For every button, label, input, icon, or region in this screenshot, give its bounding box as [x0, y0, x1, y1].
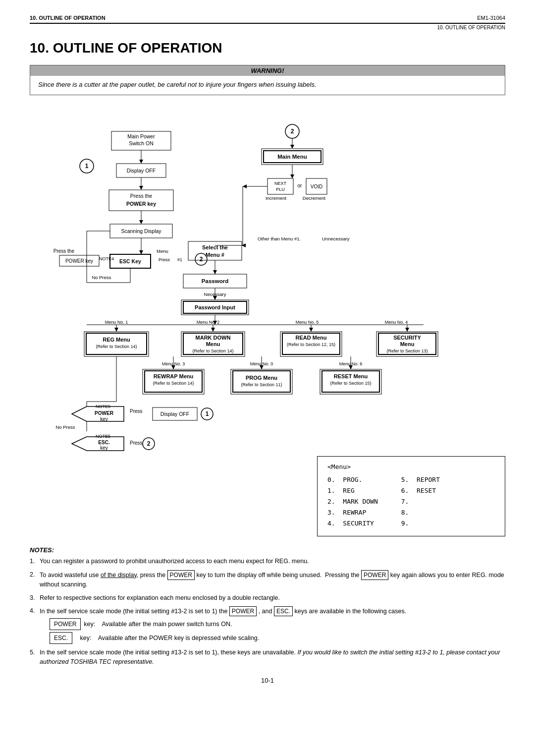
svg-text:VOID: VOID — [311, 184, 322, 189]
svg-marker-6 — [139, 160, 143, 164]
svg-text:ESC.: ESC. — [98, 440, 110, 445]
warning-header: WARNING! — [30, 65, 505, 76]
svg-text:Main Power: Main Power — [127, 133, 155, 139]
svg-text:Press: Press — [159, 257, 170, 262]
svg-text:REWRAP Menu: REWRAP Menu — [154, 373, 193, 379]
svg-text:NOTE4: NOTE4 — [99, 256, 114, 261]
svg-text:Menu No. 1: Menu No. 1 — [105, 320, 128, 325]
svg-text:(Refer to Section 14): (Refer to Section 14) — [96, 344, 137, 349]
svg-text:SECURITY: SECURITY — [393, 335, 421, 341]
header-bar: 10. OUTLINE OF OPERATION EM1-31064 — [30, 15, 505, 24]
svg-text:(Refer to Section 14): (Refer to Section 14) — [192, 349, 233, 353]
svg-text:Password Input: Password Input — [195, 304, 235, 310]
svg-text:1: 1 — [85, 163, 89, 170]
svg-text:Menu #: Menu # — [206, 252, 224, 258]
sub-header: 10. OUTLINE OF OPERATION — [30, 25, 505, 30]
svg-marker-71 — [213, 296, 217, 300]
svg-marker-29 — [139, 250, 143, 254]
svg-text:REG Menu: REG Menu — [103, 337, 130, 343]
svg-rect-121 — [231, 369, 292, 394]
svg-text:Menu No. 4: Menu No. 4 — [385, 320, 408, 325]
svg-text:POWER  key: POWER key — [126, 201, 156, 207]
svg-text:or: or — [298, 183, 303, 188]
svg-marker-40 — [290, 145, 294, 149]
svg-marker-45 — [290, 174, 294, 178]
svg-text:POWER  key: POWER key — [65, 258, 93, 264]
svg-text:READ Menu: READ Menu — [296, 335, 327, 341]
svg-marker-89 — [405, 328, 409, 332]
svg-text:key: key — [100, 445, 108, 451]
svg-marker-112 — [171, 365, 175, 369]
svg-text:key: key — [100, 416, 108, 422]
svg-text:2: 2 — [147, 440, 151, 447]
menu-display-title: <Menu> — [327, 462, 495, 472]
svg-marker-85 — [211, 328, 215, 332]
note-4: In the self service scale mode (the init… — [30, 606, 505, 644]
note-3: Refer to respective sections for explana… — [30, 593, 505, 603]
svg-marker-10 — [139, 186, 143, 190]
svg-text:NEXT: NEXT — [274, 181, 287, 186]
svg-text:Press the: Press the — [130, 193, 153, 199]
svg-text:Menu No. 5: Menu No. 5 — [296, 320, 319, 325]
menu-display-items: 0. PROG. 5. REPORT 1. REG 6. RESET 2. MA… — [327, 474, 495, 529]
svg-text:(Refer to Section 13): (Refer to Section 13) — [386, 349, 428, 353]
svg-text:(Refer to Section 12, 15): (Refer to Section 12, 15) — [287, 342, 335, 347]
menu-display-box: <Menu> 0. PROG. 5. REPORT 1. REG 6. RESE… — [317, 456, 505, 537]
warning-body: Since there is a cutter at the paper out… — [30, 76, 505, 95]
note-2: To avoid wasteful use of the display, pr… — [30, 570, 505, 589]
svg-marker-83 — [114, 328, 118, 332]
svg-text:Password: Password — [202, 278, 228, 284]
svg-text:RESET Menu: RESET Menu — [334, 373, 368, 379]
svg-rect-122 — [233, 371, 290, 392]
svg-text:(Refer to Section 11): (Refer to Section 11) — [241, 382, 282, 387]
svg-marker-66 — [213, 270, 217, 274]
svg-text:(Refer to Section 15): (Refer to Section 15) — [330, 381, 371, 386]
chapter-title: 10. OUTLINE OF OPERATION — [30, 40, 505, 56]
svg-text:Switch ON: Switch ON — [129, 140, 154, 146]
svg-text:Display OFF: Display OFF — [127, 168, 156, 174]
notes-title: NOTES: — [30, 546, 505, 554]
svg-text:PROG Menu: PROG Menu — [246, 375, 277, 381]
svg-text:POWER: POWER — [95, 410, 114, 416]
svg-text:2: 2 — [200, 256, 203, 263]
svg-marker-61 — [242, 243, 246, 247]
svg-text:PLU: PLU — [276, 187, 285, 192]
svg-marker-87 — [309, 328, 313, 332]
notes-list: You can register a password to prohibit … — [30, 557, 505, 667]
svg-text:No Press: No Press — [55, 424, 75, 430]
svg-text:Unnecessary: Unnecessary — [322, 236, 350, 241]
svg-text:Display OFF: Display OFF — [160, 411, 189, 417]
page-number: 10-1 — [30, 677, 505, 684]
svg-text:Other than Menu #1.: Other than Menu #1. — [258, 236, 301, 241]
svg-text:Menu: Menu — [206, 341, 220, 347]
warning-box: WARNING! Since there is a cutter at the … — [30, 65, 505, 95]
page: 10. OUTLINE OF OPERATION EM1-31064 10. O… — [0, 0, 535, 704]
header-left: 10. OUTLINE OF OPERATION — [30, 15, 106, 21]
header-right: EM1-31064 — [477, 15, 505, 21]
svg-text:Press: Press — [130, 440, 143, 446]
svg-text:Press: Press — [130, 408, 143, 414]
svg-text:MARK DOWN: MARK DOWN — [196, 335, 231, 341]
svg-text:1: 1 — [206, 410, 209, 417]
note-5: In the self service scale mode (the init… — [30, 648, 505, 667]
svg-text:Main Menu: Main Menu — [277, 154, 307, 160]
svg-text:No Press: No Press — [92, 275, 111, 280]
notes-section: NOTES: You can register a password to pr… — [30, 546, 505, 667]
sub-header-text: 10. OUTLINE OF OPERATION — [437, 25, 505, 30]
svg-text:Scanning Display: Scanning Display — [121, 228, 161, 234]
svg-text:ESC  Key: ESC Key — [119, 258, 141, 264]
svg-text:Increment: Increment — [266, 195, 287, 201]
svg-marker-116 — [349, 365, 353, 369]
note-1: You can register a password to prohibit … — [30, 557, 505, 566]
svg-text:Menu No. 2: Menu No. 2 — [197, 320, 220, 325]
svg-marker-114 — [260, 365, 264, 369]
svg-text:Decrement: Decrement — [303, 195, 326, 201]
svg-text:NOTE5: NOTE5 — [96, 434, 110, 439]
svg-marker-15 — [139, 220, 143, 224]
svg-text:(Refer to Section 14): (Refer to Section 14) — [153, 381, 194, 386]
svg-text:Menu: Menu — [400, 341, 415, 347]
svg-text:Press the: Press the — [54, 248, 75, 254]
flowchart: 1 Main Power Switch ON Display OFF Press… — [30, 104, 505, 451]
svg-marker-55 — [243, 184, 247, 188]
svg-text:#1: #1 — [177, 257, 182, 262]
